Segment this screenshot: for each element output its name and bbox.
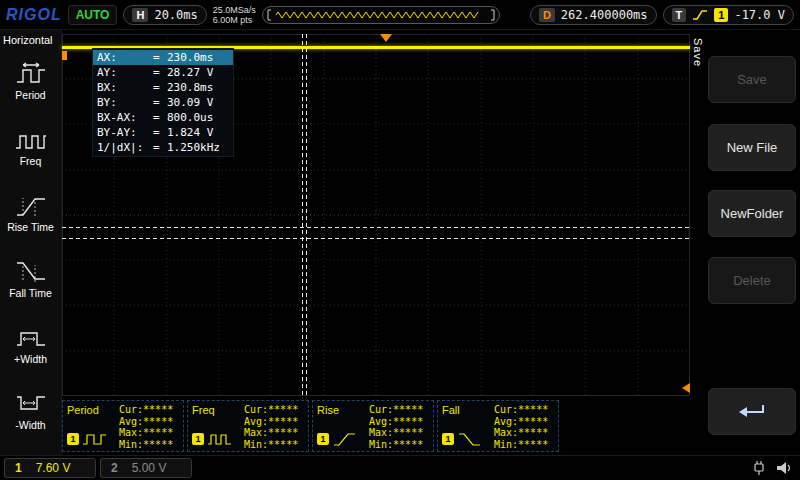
measurement-panel-rise[interactable]: Rise 1 Cur:***** Avg:***** Max:***** Min… xyxy=(312,400,434,452)
measurement-cur: Cur:***** xyxy=(244,404,304,416)
measurement-min: Min:***** xyxy=(369,439,429,451)
equals-sign: = xyxy=(153,50,167,65)
measurement-values: Cur:***** Avg:***** Max:***** Min:***** xyxy=(244,404,304,448)
cursor-value: 230.8ms xyxy=(167,80,213,95)
trigger-channel-badge: 1 xyxy=(714,8,728,22)
channel-scale: 5.00 V xyxy=(132,461,167,475)
new-folder-button[interactable]: NewFolder xyxy=(708,190,796,237)
minus-width-icon xyxy=(14,391,48,417)
measurement-cur: Cur:***** xyxy=(369,404,429,416)
sidebar-item-freq[interactable]: Freq xyxy=(0,114,61,180)
equals-sign: = xyxy=(153,95,167,110)
channel-badge: 1 xyxy=(442,433,454,445)
cursor-label: BX-AX: xyxy=(97,110,153,125)
cursor-row-bx[interactable]: BX: = 230.8ms xyxy=(93,80,233,95)
horizontal-scale-pill[interactable]: H 20.0ms xyxy=(123,5,206,25)
sidebar-item-fall-time[interactable]: Fall Time xyxy=(0,246,61,312)
run-status-badge[interactable]: AUTO xyxy=(68,5,118,25)
measurement-max: Max:***** xyxy=(119,427,179,439)
measurement-name: Freq xyxy=(192,404,244,416)
cursor-row-ay[interactable]: AY: = 28.27 V xyxy=(93,65,233,80)
horizontal-scale-value: 20.0ms xyxy=(154,8,197,22)
waveform-preview[interactable] xyxy=(262,6,500,24)
sidebar-item-label: -Width xyxy=(15,420,45,431)
delete-button[interactable]: Delete xyxy=(708,257,796,304)
sidebar-item-period[interactable]: Period xyxy=(0,48,61,114)
cursor-by-line[interactable] xyxy=(62,238,690,239)
sidebar-item-minus-width[interactable]: -Width xyxy=(0,378,61,444)
equals-sign: = xyxy=(153,140,167,155)
measurement-values: Cur:***** Avg:***** Max:***** Min:***** xyxy=(119,404,179,448)
horizontal-menu-sidebar: Horizontal Period Freq Rise Time xyxy=(0,30,62,455)
cursor-label: AX: xyxy=(97,50,153,65)
measurement-panel-freq[interactable]: Freq 1 Cur:***** Avg:***** Max:***** Min… xyxy=(187,400,309,452)
cursor-bx-line[interactable] xyxy=(306,34,307,396)
trigger-slope-icon xyxy=(692,8,708,22)
cursor-row-byay[interactable]: BY-AY: = 1.824 V xyxy=(93,125,233,140)
cursor-ax-line[interactable] xyxy=(302,34,303,396)
cursor-label: BY-AY: xyxy=(97,125,153,140)
delay-reference-marker xyxy=(62,51,67,60)
channel-badge: 1 xyxy=(317,433,329,445)
period-icon xyxy=(14,61,48,87)
new-file-button[interactable]: New File xyxy=(708,124,796,171)
sidebar-item-plus-width[interactable]: +Width xyxy=(0,312,61,378)
cursor-ay-line[interactable] xyxy=(62,227,690,228)
measurement-min: Min:***** xyxy=(119,439,179,451)
equals-sign: = xyxy=(153,125,167,140)
measurement-panel-fall[interactable]: Fall 1 Cur:***** Avg:***** Max:***** Min… xyxy=(437,400,559,452)
cursor-row-inverse-dx[interactable]: 1/|dX|: = 1.250kHz xyxy=(93,140,233,155)
measurement-values: Cur:***** Avg:***** Max:***** Min:***** xyxy=(494,404,554,448)
measurement-max: Max:***** xyxy=(494,427,554,439)
save-button[interactable]: Save xyxy=(708,56,796,103)
measurement-panel-period[interactable]: Period 1 Cur:***** Avg:***** Max:***** M… xyxy=(62,400,184,452)
measurement-name: Period xyxy=(67,404,119,416)
fall-time-icon xyxy=(14,259,48,285)
delay-value: 262.400000ms xyxy=(561,8,648,22)
measurement-max: Max:***** xyxy=(369,427,429,439)
save-menu-tab: Save xyxy=(692,38,704,67)
measurement-max: Max:***** xyxy=(244,427,304,439)
measurement-cur: Cur:***** xyxy=(494,404,554,416)
h-badge: H xyxy=(132,8,148,22)
measurement-avg: Avg:***** xyxy=(244,416,304,428)
measurement-min: Min:***** xyxy=(244,439,304,451)
cursor-row-bxax[interactable]: BX-AX: = 800.0us xyxy=(93,110,233,125)
measurement-cur: Cur:***** xyxy=(119,404,179,416)
freq-waveform-icon xyxy=(207,430,233,448)
scope-display[interactable]: AX: = 230.0ms AY: = 28.27 V BX: = 230.8m… xyxy=(62,34,690,396)
channel-2-status[interactable]: 2 5.00 V xyxy=(100,458,192,478)
measurement-name: Fall xyxy=(442,404,494,416)
fall-edge-icon xyxy=(457,430,483,448)
cursor-value: 1.824 V xyxy=(167,125,213,140)
measurement-avg: Avg:***** xyxy=(494,416,554,428)
cursor-label: 1/|dX|: xyxy=(97,140,153,155)
delay-pill[interactable]: D 262.400000ms xyxy=(530,5,657,25)
sidebar-item-rise-time[interactable]: Rise Time xyxy=(0,180,61,246)
cursor-value: 800.0us xyxy=(167,110,213,125)
measurement-values: Cur:***** Avg:***** Max:***** Min:***** xyxy=(369,404,429,448)
channel-badge: 1 xyxy=(67,433,79,445)
trigger-position-marker[interactable] xyxy=(380,34,392,42)
channel-number: 2 xyxy=(111,461,118,475)
rise-edge-icon xyxy=(332,430,358,448)
cursor-value: 28.27 V xyxy=(167,65,213,80)
cursor-row-ax[interactable]: AX: = 230.0ms xyxy=(93,50,233,65)
cursor-row-by[interactable]: BY: = 30.09 V xyxy=(93,95,233,110)
equals-sign: = xyxy=(153,80,167,95)
sidebar-item-label: Period xyxy=(15,90,45,101)
memory-depth: 6.00M pts xyxy=(213,15,256,25)
cursor-label: BX: xyxy=(97,80,153,95)
channel-number: 1 xyxy=(15,461,22,475)
bottom-status-bar: 1 7.60 V 2 5.00 V xyxy=(0,455,800,480)
trigger-level-marker[interactable] xyxy=(682,383,690,393)
channel-1-status[interactable]: 1 7.60 V xyxy=(4,458,96,478)
measurement-bar: Period 1 Cur:***** Avg:***** Max:***** M… xyxy=(62,400,690,452)
back-button[interactable] xyxy=(708,388,796,435)
cursor-value: 230.0ms xyxy=(167,50,213,65)
d-badge: D xyxy=(539,8,555,22)
trigger-pill[interactable]: T 1 -17.0 V xyxy=(663,5,794,25)
measurement-avg: Avg:***** xyxy=(369,416,429,428)
sidebar-item-label: Rise Time xyxy=(7,222,54,233)
freq-icon xyxy=(14,127,48,153)
